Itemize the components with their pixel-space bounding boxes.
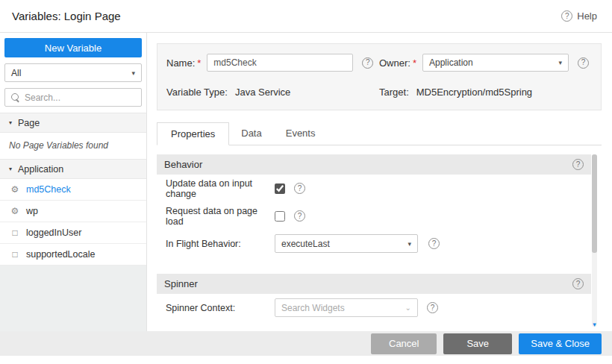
chevron-down-icon: ▾	[131, 69, 135, 77]
required-marker: *	[413, 57, 416, 69]
chevron-down-icon: ▾	[558, 59, 562, 66]
variable-item-label: supportedLocale	[26, 249, 95, 260]
spinner-context-combo[interactable]: Search Widgets ⌄	[275, 298, 418, 317]
required-marker: *	[197, 57, 201, 69]
vertical-scrollbar[interactable]: ▾	[592, 154, 597, 327]
tree-open-icon: ▾	[9, 119, 12, 126]
section-behavior: Behavior ?	[157, 154, 591, 175]
tree-group-application[interactable]: ▾ Application	[0, 159, 146, 179]
tab-data[interactable]: Data	[229, 122, 273, 145]
property-row-update-data: Update data on input change ?	[157, 175, 591, 202]
property-row-request-data: Request data on page load ?	[157, 202, 591, 230]
dialog-body: New Variable All ▾ ▾ Page No Page Variab…	[0, 33, 612, 331]
in-flight-behavior-value: executeLast	[281, 239, 330, 249]
variable-item-loggedinuser[interactable]: □ loggedInUser	[0, 222, 146, 244]
tree-group-page[interactable]: ▾ Page	[0, 113, 146, 133]
owner-select[interactable]: Application ▾	[422, 54, 569, 72]
header: Variables: Login Page ? Help	[0, 0, 612, 33]
update-data-help-icon[interactable]: ?	[294, 183, 305, 194]
name-label: Name:	[166, 57, 195, 69]
sidebar: New Variable All ▾ ▾ Page No Page Variab…	[0, 33, 147, 331]
properties-panel: Behavior ? Update data on input change ?…	[157, 154, 602, 331]
search-icon	[11, 93, 20, 102]
update-data-checkbox[interactable]	[275, 183, 285, 194]
variable-filter-value: All	[11, 68, 21, 78]
sidebar-filler	[0, 266, 146, 331]
variable-type-value: Java Service	[235, 87, 290, 98]
variable-item-label: loggedInUser	[26, 228, 81, 238]
behavior-help-icon[interactable]: ?	[572, 159, 584, 170]
target-value: MD5Encryption/md5Spring	[416, 87, 532, 98]
variable-summary-panel: Name: * ? Owner: * Application ▾ ?	[157, 43, 602, 110]
static-variable-icon: □	[10, 249, 20, 260]
footer: Cancel Save Save & Close	[0, 331, 612, 364]
save-and-close-button[interactable]: Save & Close	[519, 333, 602, 354]
variable-item-md5check[interactable]: ⚙ md5Check	[0, 179, 146, 201]
help-icon: ?	[561, 10, 572, 22]
tree-open-icon: ▾	[9, 166, 12, 172]
footer-bar: Cancel Save Save & Close	[0, 331, 612, 356]
owner-label: Owner:	[379, 57, 410, 69]
property-label: Update data on input change	[166, 178, 275, 199]
property-row-in-flight-behavior: In Flight Behavior: executeLast ▾ ?	[157, 230, 591, 257]
variable-filter-select[interactable]: All ▾	[4, 63, 142, 82]
section-behavior-title: Behavior	[164, 159, 202, 170]
name-help-icon[interactable]: ?	[362, 57, 373, 69]
chevron-down-icon: ▾	[408, 240, 411, 248]
request-data-help-icon[interactable]: ?	[294, 210, 305, 222]
section-spinner-title: Spinner	[164, 278, 198, 289]
search-box[interactable]	[4, 88, 142, 107]
tab-properties[interactable]: Properties	[157, 122, 229, 145]
variable-item-label: wp	[26, 206, 38, 216]
scrollbar-thumb[interactable]	[592, 154, 597, 253]
variables-dialog: Variables: Login Page ? Help New Variabl…	[0, 0, 612, 364]
property-label: Request data on page load	[166, 206, 275, 227]
empty-page-variables-message: No Page Variables found	[0, 133, 146, 159]
main-panel: Name: * ? Owner: * Application ▾ ?	[147, 33, 612, 331]
property-label: In Flight Behavior:	[166, 239, 275, 249]
help-label: Help	[577, 10, 597, 22]
section-spinner: Spinner ?	[157, 274, 591, 294]
spinner-context-placeholder: Search Widgets	[281, 303, 345, 313]
property-label: Spinner Context:	[166, 303, 275, 313]
tree-group-page-label: Page	[18, 118, 40, 128]
spinner-help-icon[interactable]: ?	[572, 278, 584, 289]
request-data-checkbox[interactable]	[275, 211, 285, 222]
service-variable-icon: ⚙	[10, 184, 20, 195]
variable-item-wp[interactable]: ⚙ wp	[0, 201, 146, 222]
page-title: Variables: Login Page	[12, 10, 121, 22]
target-label: Target:	[379, 87, 409, 98]
tab-bar: Properties Data Events	[157, 122, 602, 145]
variable-type-label: Variable Type:	[166, 87, 228, 98]
new-variable-button[interactable]: New Variable	[4, 38, 142, 57]
property-row-spinner-context: Spinner Context: Search Widgets ⌄ ?	[157, 294, 591, 321]
owner-help-icon[interactable]: ?	[578, 57, 589, 69]
in-flight-behavior-help-icon[interactable]: ?	[428, 238, 440, 249]
combo-chevron-icon: ⌄	[405, 304, 411, 312]
in-flight-behavior-select[interactable]: executeLast ▾	[275, 234, 418, 253]
service-variable-icon: ⚙	[10, 206, 20, 216]
cancel-button[interactable]: Cancel	[371, 333, 437, 354]
scroll-down-icon[interactable]: ▾	[593, 321, 596, 328]
spinner-context-help-icon[interactable]: ?	[427, 302, 438, 313]
name-input[interactable]	[207, 54, 353, 72]
tab-events[interactable]: Events	[274, 122, 328, 145]
save-button[interactable]: Save	[443, 333, 512, 354]
help-button[interactable]: ? Help	[561, 10, 597, 22]
tree-group-application-label: Application	[18, 164, 63, 175]
owner-value: Application	[429, 57, 473, 68]
search-input[interactable]	[25, 92, 135, 103]
static-variable-icon: □	[10, 228, 20, 238]
variable-item-label: md5Check	[26, 184, 71, 195]
variable-item-supportedlocale[interactable]: □ supportedLocale	[0, 244, 146, 266]
